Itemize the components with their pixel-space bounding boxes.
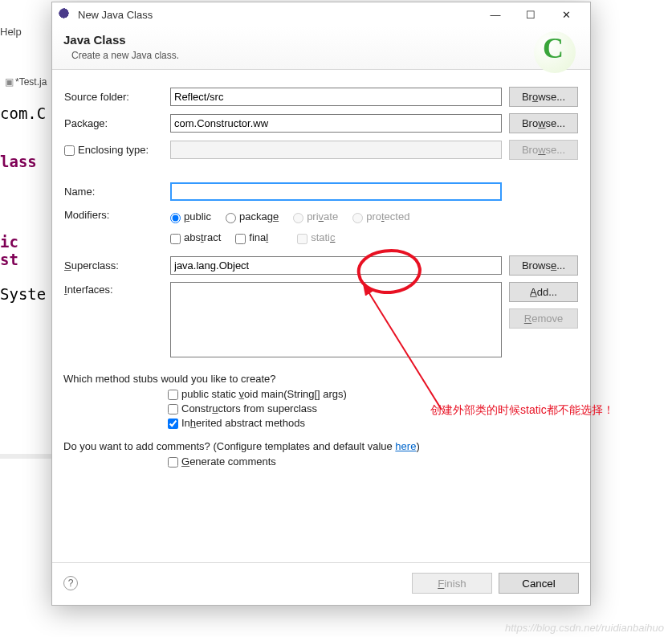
check-final[interactable] (235, 234, 246, 244)
mod-package[interactable]: package (226, 210, 279, 223)
name-input[interactable] (170, 182, 502, 201)
label-name: Name: (64, 186, 95, 198)
menu-help[interactable]: Help (0, 26, 22, 38)
maximize-button[interactable]: ☐ (513, 3, 548, 26)
check-main[interactable] (168, 390, 178, 400)
configure-here-link[interactable]: here (395, 440, 416, 452)
eclipse-icon (59, 8, 71, 21)
class-icon: C (534, 31, 576, 73)
close-button[interactable]: ✕ (548, 3, 584, 26)
source-folder-input[interactable] (170, 88, 502, 106)
radio-private (293, 213, 303, 223)
mod-static: static (297, 231, 335, 243)
check-abstract[interactable] (170, 234, 181, 244)
package-input[interactable] (170, 114, 502, 133)
add-interface-button[interactable]: Add... (509, 282, 578, 302)
help-icon[interactable]: ? (63, 576, 78, 590)
check-generate-comments[interactable] (168, 457, 178, 468)
label-superclass: Superclass: (64, 259, 119, 272)
label-package: Package: (64, 117, 108, 129)
finish-button: Finish (412, 573, 492, 594)
stub-main[interactable]: public static void main(String[] args) (168, 388, 579, 400)
watermark: https://blog.csdn.net/ruidianbaihuo (505, 622, 664, 634)
bg-code-4: Syste (0, 285, 46, 303)
browse-source-button[interactable]: Browse... (509, 87, 578, 107)
label-interfaces: Interfaces: (64, 284, 113, 296)
form-area: Source folder: Browse... Package: Browse… (52, 70, 590, 476)
gen-comments[interactable]: Generate comments (168, 455, 579, 468)
check-inherited[interactable] (168, 419, 178, 429)
superclass-input[interactable] (170, 256, 502, 275)
label-modifiers: Modifiers: (64, 209, 109, 221)
banner-heading: Java Class (63, 33, 579, 47)
dialog-banner: Java Class Create a new Java class. C (52, 27, 590, 70)
bg-code-2: lass (0, 153, 37, 170)
enclosing-checkbox[interactable] (64, 145, 75, 156)
remove-interface-button: Remove (509, 308, 578, 329)
stub-inherited[interactable]: Inherited abstract methods (168, 417, 579, 429)
mod-abstract[interactable]: abstract (170, 231, 221, 243)
bg-stripe (0, 454, 51, 459)
new-class-dialog: New Java Class — ☐ ✕ Java Class Create a… (51, 2, 591, 606)
stub-constructors[interactable]: Constructors from superclass (168, 402, 579, 414)
label-source-folder: Source folder: (64, 91, 129, 103)
window-title: New Java Class (78, 9, 478, 21)
editor-tab[interactable]: ▣*Test.ja (5, 76, 47, 88)
banner-sub: Create a new Java class. (71, 50, 579, 61)
dialog-footer: ? Finish Cancel (52, 562, 590, 605)
mod-public[interactable]: public (170, 210, 211, 223)
browse-package-button[interactable]: Browse... (509, 113, 578, 133)
browse-superclass-button[interactable]: Browse... (509, 255, 578, 276)
radio-public[interactable] (170, 213, 181, 223)
browse-enclosing-button: Browse... (509, 140, 578, 160)
check-static (297, 234, 307, 244)
stubs-question: Which method stubs would you like to cre… (63, 373, 579, 385)
radio-package[interactable] (226, 213, 236, 223)
mod-final[interactable]: final (235, 231, 268, 243)
enclosing-input (170, 141, 502, 159)
bg-code-3: ic st (0, 233, 18, 268)
interfaces-list[interactable] (170, 282, 502, 357)
check-constructors[interactable] (168, 404, 178, 414)
bg-code-1: com.C (0, 104, 46, 122)
mod-protected: protected (352, 210, 409, 223)
radio-protected (352, 213, 363, 223)
comments-question: Do you want to add comments? (Configure … (63, 440, 579, 452)
titlebar: New Java Class — ☐ ✕ (52, 2, 590, 27)
label-enclosing[interactable]: Enclosing type: (64, 144, 149, 156)
cancel-button[interactable]: Cancel (499, 573, 579, 594)
minimize-button[interactable]: — (478, 3, 513, 26)
mod-private: private (293, 210, 338, 223)
